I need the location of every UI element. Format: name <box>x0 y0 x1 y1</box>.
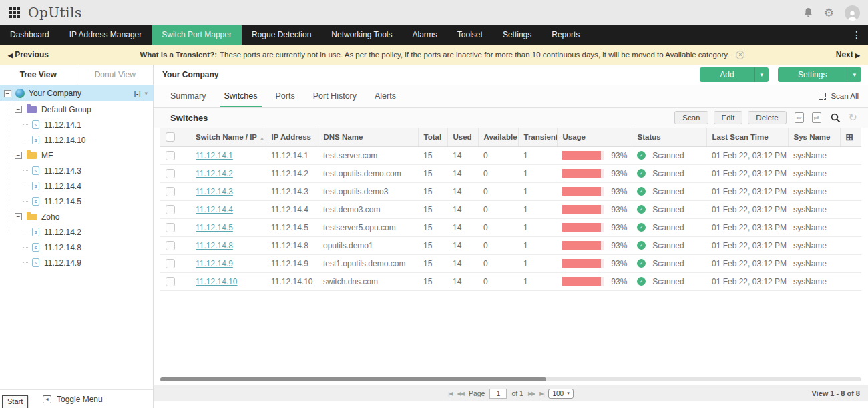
row-checkbox[interactable] <box>166 151 175 160</box>
tree-switch-item[interactable]: s 11.12.14.2 <box>0 224 153 240</box>
tab-tree-view[interactable]: Tree View <box>0 65 77 85</box>
scanned-check-icon: ✓ <box>637 259 646 268</box>
export-pdf-icon[interactable]: pdf <box>812 112 821 123</box>
cell-last-scan: 01 Feb 22, 03:12 PM <box>706 182 788 200</box>
tree-root-your-company[interactable]: − Your Company [-] ▾ <box>0 85 153 101</box>
col-sys-name[interactable]: Sys Name <box>788 128 840 146</box>
tree-group[interactable]: − ME <box>0 148 153 163</box>
collapse-icon[interactable]: − <box>15 213 22 220</box>
tree-switch-item[interactable]: s 11.12.14.8 <box>0 240 153 255</box>
edit-button[interactable]: Edit <box>714 111 743 124</box>
cell-dns: test.server.com <box>318 146 418 164</box>
column-chooser-icon[interactable]: ⊞ <box>846 132 854 142</box>
collapse-icon[interactable]: − <box>15 152 22 159</box>
switch-link[interactable]: 11.12.14.4 <box>196 205 233 214</box>
tab-summary[interactable]: Summary <box>170 85 206 107</box>
nav-item[interactable]: Networking Tools <box>321 25 402 45</box>
col-switch-name[interactable]: Switch Name / IP▲ <box>190 128 266 146</box>
nav-item[interactable]: Rogue Detection <box>242 25 321 45</box>
col-status[interactable]: Status <box>632 128 706 146</box>
col-last-scan-time[interactable]: Last Scan Time <box>706 128 788 146</box>
switch-link[interactable]: 11.12.14.1 <box>196 151 233 160</box>
row-checkbox[interactable] <box>166 187 175 196</box>
row-checkbox[interactable] <box>166 241 175 250</box>
tree-group[interactable]: − Zoho <box>0 209 153 224</box>
col-ip-address[interactable]: IP Address <box>266 128 318 146</box>
tab-port-history[interactable]: Port History <box>313 85 357 107</box>
row-checkbox[interactable] <box>166 205 175 214</box>
previous-button[interactable]: ◀ Previous <box>8 50 49 59</box>
search-icon[interactable] <box>831 113 841 123</box>
tree-switch-item[interactable]: s 11.12.14.3 <box>0 163 153 178</box>
page-first-icon[interactable]: |◀ <box>448 391 452 397</box>
collapse-icon[interactable]: − <box>15 106 22 113</box>
page-size-select[interactable]: 100 ▾ <box>548 389 573 399</box>
tab-donut-view[interactable]: Donut View <box>77 65 154 85</box>
cell-available: 0 <box>478 164 518 182</box>
tree-switch-item[interactable]: s 11.12.14.4 <box>0 178 153 194</box>
start-button[interactable]: Start <box>2 395 28 408</box>
tab-alerts[interactable]: Alerts <box>375 85 396 107</box>
collapse-icon[interactable]: − <box>4 90 11 97</box>
row-checkbox[interactable] <box>166 223 175 232</box>
switch-link[interactable]: 11.12.14.9 <box>196 259 233 268</box>
tree-group-label: Zoho <box>41 212 59 222</box>
switch-link[interactable]: 11.12.14.3 <box>196 187 233 196</box>
nav-item[interactable]: Dashboard <box>0 25 59 45</box>
cell-used: 14 <box>447 164 478 182</box>
nav-item[interactable]: Switch Port Mapper <box>152 25 242 45</box>
row-checkbox[interactable] <box>166 277 175 286</box>
nav-item[interactable]: Reports <box>541 25 590 45</box>
nav-item[interactable]: Toolset <box>447 25 493 45</box>
col-total[interactable]: Total <box>418 128 447 146</box>
delete-button[interactable]: Delete <box>748 111 786 124</box>
add-dropdown-icon[interactable]: ▾ <box>754 67 769 82</box>
switch-icon: s <box>32 182 39 190</box>
col-dns-name[interactable]: DNS Name <box>318 128 418 146</box>
tree-switch-item[interactable]: s 11.12.14.10 <box>0 132 153 148</box>
settings-button[interactable]: Settings ▾ <box>778 67 861 82</box>
chevron-down-icon[interactable]: ▾ <box>144 90 148 97</box>
more-menu-kebab-icon[interactable]: ⋮ <box>845 25 868 45</box>
cell-transient: 1 <box>518 218 557 236</box>
nav-item[interactable]: Settings <box>493 25 541 45</box>
collapse-all-control[interactable]: [-] <box>134 89 141 97</box>
col-transient[interactable]: Transient <box>518 128 557 146</box>
banner-close-icon[interactable]: × <box>736 51 744 59</box>
switch-link[interactable]: 11.12.14.8 <box>196 241 233 250</box>
tree-switch-item[interactable]: s 11.12.14.1 <box>0 117 153 132</box>
tab-ports[interactable]: Ports <box>276 85 295 107</box>
tree-switch-item[interactable]: s 11.12.14.9 <box>0 255 153 270</box>
col-used[interactable]: Used <box>447 128 478 146</box>
settings-dropdown-icon[interactable]: ▾ <box>847 67 861 82</box>
page-prev-icon[interactable]: ◀◀ <box>457 391 464 397</box>
export-csv-icon[interactable]: csv <box>795 112 804 123</box>
scrollbar-thumb[interactable] <box>160 377 546 381</box>
col-usage[interactable]: Usage <box>557 128 632 146</box>
row-checkbox[interactable] <box>166 259 175 268</box>
page-number-input[interactable] <box>489 389 507 399</box>
refresh-icon[interactable]: ↻ <box>849 112 857 123</box>
scan-button[interactable]: Scan <box>674 111 708 124</box>
scan-all-button[interactable]: Scan All <box>819 85 859 107</box>
page-last-icon[interactable]: ▶| <box>539 391 544 397</box>
tree-switch-item[interactable]: s 11.12.14.5 <box>0 194 153 209</box>
next-button[interactable]: Next ▶ <box>836 50 860 59</box>
add-button[interactable]: Add ▾ <box>700 67 769 82</box>
user-avatar[interactable] <box>845 5 860 21</box>
breadcrumb: Your Company <box>162 70 218 79</box>
switch-link[interactable]: 11.12.14.5 <box>196 223 233 232</box>
tab-switches[interactable]: Switches <box>224 85 257 107</box>
switch-link[interactable]: 11.12.14.2 <box>196 169 233 178</box>
apps-grid-icon[interactable] <box>9 7 20 18</box>
nav-item[interactable]: Alarms <box>403 25 447 45</box>
select-all-checkbox[interactable] <box>166 132 175 142</box>
col-available[interactable]: Available <box>478 128 518 146</box>
row-checkbox[interactable] <box>166 169 175 178</box>
notifications-bell-icon[interactable] <box>803 7 813 18</box>
tree-group[interactable]: − Default Group <box>0 101 153 117</box>
page-next-icon[interactable]: ▶▶ <box>528 391 535 397</box>
nav-item[interactable]: IP Address Manager <box>59 25 152 45</box>
switch-link[interactable]: 11.12.14.10 <box>196 277 238 286</box>
settings-gear-icon[interactable]: ⚙ <box>824 7 834 19</box>
